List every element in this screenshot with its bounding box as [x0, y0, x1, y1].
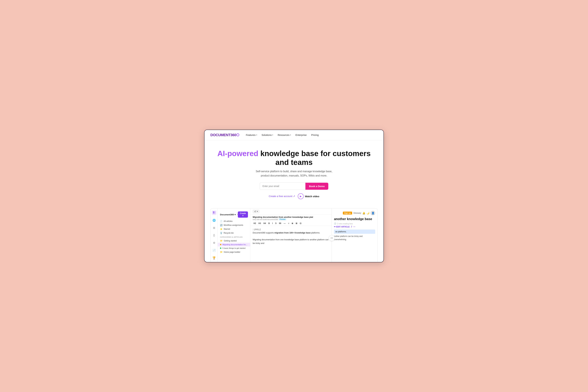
nav-item-solutions[interactable]: Solutions ▾ — [262, 134, 273, 136]
sidebar-icon-settings[interactable]: ⚙ — [212, 240, 216, 245]
workflow-icon: 🔄 — [220, 224, 222, 226]
email-input[interactable] — [260, 182, 305, 190]
toolbar-h3[interactable]: H3 — [258, 222, 262, 225]
chevron-down-icon: ▾ — [272, 134, 273, 136]
toolbar-italic[interactable]: I — [271, 222, 274, 225]
hero-subtitle: Self-service platform to build, share an… — [252, 169, 336, 178]
moon-icon[interactable]: 🌙 — [366, 212, 369, 214]
sidebar-doc-label: Document360 ▾ ↗ — [220, 214, 238, 216]
logo-circle-icon — [236, 134, 239, 136]
toolbar-h2[interactable]: H2 — [253, 222, 257, 225]
toolbar-bold[interactable]: B — [268, 222, 271, 225]
nav-item-features[interactable]: Features ▾ — [246, 134, 257, 136]
share-icon[interactable]: ⤴ — [351, 226, 352, 228]
nav-link-pricing[interactable]: Pricing — [311, 134, 319, 136]
nav-item-starred[interactable]: ⭐ Starred — [218, 227, 250, 231]
version-badge[interactable]: v2 ▾ — [253, 210, 259, 213]
preview-icons: 🔔 🌙 👤 — [362, 211, 375, 215]
nav-item-workflow[interactable]: 🔄 Workflow assignments — [218, 223, 250, 227]
categories-label: CATEGORIES & ARTICLES — [218, 235, 250, 239]
svg-rect-1 — [214, 212, 215, 212]
folder-icon: 📁 — [220, 240, 223, 242]
edit-article-bar: ✏ EDIT ARTICLE ⤴ ⋯ — [334, 226, 375, 228]
dot-green-icon — [220, 248, 221, 249]
book-demo-button[interactable]: Book a Demo — [305, 183, 328, 190]
svg-rect-3 — [214, 213, 215, 214]
recycle-icon: 🗑️ — [220, 232, 222, 234]
sidebar-icon-logo[interactable] — [212, 210, 216, 215]
reading-time: 🕐 2 mins reading time — [334, 222, 375, 225]
nav-link-enterprise[interactable]: Enterprise — [295, 134, 307, 136]
sidebar-icon-globe[interactable]: 🌐 — [212, 218, 216, 222]
toolbar-image[interactable]: ⊡ — [299, 222, 302, 225]
chevron-down-icon: ▾ — [235, 214, 236, 216]
all-articles-icon: 📄 — [220, 220, 222, 222]
app-screenshot: 🌐 ⊞ {} ⚙ 📄 🏆 Document360 ▾ ↗ Create ▾ 📄 … — [210, 208, 378, 262]
editor-title-bar: Migrating documentation from another kno… — [250, 214, 332, 221]
nav-item-recycle[interactable]: 🗑️ Recycle bin — [218, 231, 250, 235]
watch-video-button[interactable]: ▶ Watch video — [298, 193, 319, 199]
sidebar-icon-code[interactable]: {} — [212, 233, 216, 238]
watch-video-label: Watch video — [305, 195, 319, 198]
sidebar-nav: Document360 ▾ ↗ Create ▾ 📄 All articles … — [218, 208, 250, 262]
editor-bold-text: migration from 100+ Knowledge base — [274, 232, 311, 234]
browser-frame: DOCUMENT360 Features ▾ Solutions ▾ Resou… — [204, 130, 384, 262]
preview-heading: another knowledge base — [334, 217, 375, 221]
glossary-link[interactable]: Glossary — [353, 212, 361, 214]
editor-url: /why-did-we-build-document360 Preview — [253, 218, 329, 220]
nav-link-resources[interactable]: Resources ▾ — [278, 134, 291, 136]
starred-icon: ⭐ — [220, 228, 222, 230]
edit-article-button[interactable]: ✏ EDIT ARTICLE — [334, 226, 350, 228]
svg-rect-0 — [213, 212, 214, 212]
nav-links: Features ▾ Solutions ▾ Resources ▾ Enter… — [246, 134, 319, 136]
svg-rect-2 — [213, 213, 214, 214]
sidebar-icon-doc[interactable]: 📄 — [212, 248, 216, 252]
preview-highlight: se platforms. — [334, 230, 375, 234]
sidebar-icon-grid[interactable]: ⊞ — [212, 226, 216, 230]
toolbar-ol[interactable]: ≣ — [291, 222, 294, 225]
nav-item-getting-started[interactable]: 📁 Getting started — [218, 239, 250, 243]
hero-heading-rest: knowledge base for customers and teams — [258, 149, 371, 166]
sidebar-header: Document360 ▾ ↗ Create ▾ — [218, 210, 250, 219]
editor-body-text: Migrating documentation from one knowled… — [253, 238, 329, 245]
external-link-icon: ↗ — [236, 214, 238, 216]
sign-up-badge[interactable]: Sign up — [343, 212, 352, 214]
nav-link-features[interactable]: Features ▾ — [246, 134, 257, 136]
avatar: 👤 — [371, 211, 375, 215]
toolbar-table[interactable]: ⊞ — [295, 222, 298, 225]
toolbar-h4[interactable]: H4 — [263, 222, 267, 225]
hero-links: Create a free account ↗ ▶ Watch video — [211, 193, 377, 199]
preview-body-text: nother platform can be tricky and overwh… — [334, 235, 375, 241]
toolbar-99[interactable]: 99 — [278, 222, 282, 225]
nav-item-migrating[interactable]: Migrating documentation fro... — [218, 243, 250, 246]
nav-item-basics[interactable]: 5 basic things to get started — [218, 246, 250, 250]
code-icon: <> — [330, 237, 333, 239]
notification-icon[interactable]: 🔔 — [362, 212, 365, 214]
preview-badge[interactable]: Preview — [279, 218, 286, 220]
code-toggle-button[interactable]: <> — [329, 235, 335, 241]
toolbar-divider: — — [283, 222, 286, 225]
nav-item-home-builder[interactable]: 📁 Home page builder — [218, 250, 250, 254]
editor-text: Document360 supports migration from 100+… — [253, 231, 329, 234]
nav-item-resources[interactable]: Resources ▾ — [278, 134, 291, 136]
chevron-down-icon: ▾ — [290, 134, 291, 136]
hero-heading: AI-powered knowledge base for customers … — [211, 149, 377, 167]
create-button[interactable]: Create ▾ — [238, 212, 248, 218]
nav-item-all-articles[interactable]: 📄 All articles — [218, 219, 250, 223]
sidebar-icon-trophy[interactable]: 🏆 — [212, 256, 216, 260]
sidebar-icons: 🌐 ⊞ {} ⚙ 📄 🏆 — [211, 208, 218, 262]
toolbar-strike[interactable]: S — [274, 222, 277, 225]
nav-link-solutions[interactable]: Solutions ▾ — [262, 134, 273, 136]
editor-toolbar: H2 H3 H4 B I S 99 — ≡ ≣ ⊞ ⊡ — [250, 221, 332, 226]
play-icon[interactable]: ▶ — [298, 193, 304, 199]
nav-item-enterprise[interactable]: Enterprise — [295, 134, 307, 136]
create-account-link[interactable]: Create a free account ↗ — [269, 195, 295, 198]
preview-topbar: Sign up Glossary 🔔 🌙 👤 — [334, 211, 375, 215]
clock-icon: 🕐 — [334, 222, 336, 225]
more-icon[interactable]: ⋯ — [353, 226, 355, 228]
nav-item-pricing[interactable]: Pricing — [311, 134, 319, 136]
hero-heading-highlight: AI-powered — [217, 149, 258, 158]
dot-yellow-icon — [220, 244, 221, 245]
toolbar-ul[interactable]: ≡ — [287, 222, 290, 225]
folder-icon: 📁 — [220, 251, 223, 253]
